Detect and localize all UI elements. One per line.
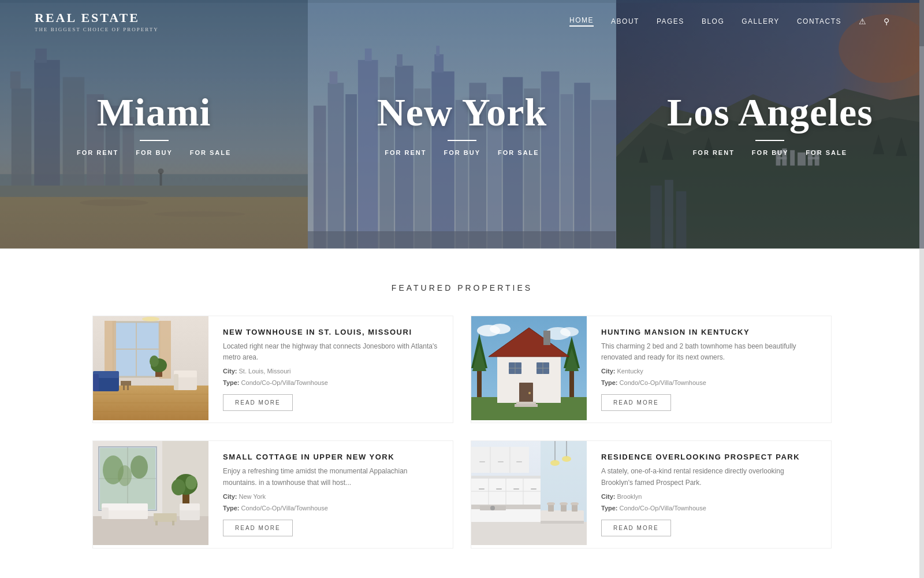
property-image-1 xyxy=(93,316,208,423)
svg-rect-154 xyxy=(498,461,504,462)
miami-city-name: Miami xyxy=(77,92,231,132)
nav-pages[interactable]: PAGES xyxy=(657,17,684,25)
property-image-4 xyxy=(471,441,587,547)
featured-title: FEATURED PROPERTIES xyxy=(92,283,832,292)
newyork-for-buy[interactable]: FOR BUY xyxy=(444,149,481,156)
svg-point-12 xyxy=(158,169,164,175)
property-city-3: City: New York xyxy=(223,493,438,500)
miami-for-sale[interactable]: FOR SALE xyxy=(190,149,232,156)
svg-rect-155 xyxy=(516,461,522,462)
svg-marker-53 xyxy=(639,146,648,163)
la-for-buy[interactable]: FOR BUY xyxy=(752,149,789,156)
svg-rect-20 xyxy=(346,94,357,249)
read-more-button-3[interactable]: READ MORE xyxy=(223,520,293,536)
la-for-sale[interactable]: FOR SALE xyxy=(806,149,847,156)
svg-rect-28 xyxy=(435,54,444,73)
svg-rect-37 xyxy=(575,83,591,249)
svg-rect-1 xyxy=(0,186,308,249)
svg-rect-47 xyxy=(777,157,787,160)
featured-section: FEATURED PROPERTIES xyxy=(0,249,924,572)
property-desc-3: Enjoy a refreshing time amidst the monum… xyxy=(223,466,438,488)
property-city-4: City: Brooklyn xyxy=(601,493,817,500)
property-card-1: NEW TOWNHOUSE IN ST. LOUIS, MISSOURI Loc… xyxy=(92,316,453,423)
svg-rect-29 xyxy=(437,46,440,56)
svg-rect-165 xyxy=(561,505,567,512)
svg-rect-36 xyxy=(561,94,573,249)
property-type-4: Type: Condo/Co-Op/Villa/Townhouse xyxy=(601,505,817,512)
svg-rect-166 xyxy=(560,502,568,505)
svg-point-87 xyxy=(490,324,511,334)
property-title-3: SMALL COTTAGE IN UPPER NEW YORK xyxy=(223,453,438,461)
svg-rect-2 xyxy=(0,175,308,198)
svg-rect-100 xyxy=(543,331,550,345)
nav-blog[interactable]: BLOG xyxy=(702,17,724,25)
nav-gallery[interactable]: GALLERY xyxy=(742,17,780,25)
miami-for-rent[interactable]: FOR RENT xyxy=(77,149,118,156)
svg-rect-39 xyxy=(308,231,616,249)
svg-rect-134 xyxy=(180,503,200,510)
search-icon[interactable]: ⚲ xyxy=(884,17,889,27)
svg-marker-57 xyxy=(896,137,907,156)
svg-rect-59 xyxy=(665,180,673,249)
miami-content: Miami FOR RENT FOR BUY FOR SALE xyxy=(77,92,231,156)
newyork-content: New York FOR RENT FOR BUY FOR SALE xyxy=(377,92,547,156)
svg-rect-52 xyxy=(808,157,819,160)
svg-point-120 xyxy=(131,455,148,479)
property-title-2: HUNTING MANSION IN KENTUCKY xyxy=(601,328,817,336)
svg-point-74 xyxy=(150,355,159,367)
read-more-button-1[interactable]: READ MORE xyxy=(223,394,293,411)
read-more-button-2[interactable]: READ MORE xyxy=(601,394,671,411)
property-card-2: HUNTING MANSION IN KENTUCKY This charmin… xyxy=(471,316,832,423)
miami-divider xyxy=(140,140,169,141)
property-title-1: NEW TOWNHOUSE IN ST. LOUIS, MISSOURI xyxy=(223,328,438,336)
svg-rect-83 xyxy=(174,374,178,390)
read-more-button-4[interactable]: READ MORE xyxy=(601,520,671,536)
svg-rect-167 xyxy=(572,505,578,512)
property-info-1: NEW TOWNHOUSE IN ST. LOUIS, MISSOURI Loc… xyxy=(208,316,453,423)
svg-rect-110 xyxy=(515,404,538,407)
svg-rect-162 xyxy=(541,521,584,524)
la-for-rent[interactable]: FOR RENT xyxy=(693,149,735,156)
nav-contacts[interactable]: CONTACTS xyxy=(797,17,841,25)
svg-rect-150 xyxy=(471,447,529,473)
svg-marker-56 xyxy=(873,134,884,154)
user-icon[interactable]: ⚠ xyxy=(859,17,866,27)
newyork-for-rent[interactable]: FOR RENT xyxy=(385,149,426,156)
property-type-2: Type: Condo/Co-Op/Villa/Townhouse xyxy=(601,379,817,386)
svg-rect-164 xyxy=(547,502,555,505)
svg-point-125 xyxy=(172,479,185,495)
miami-links: FOR RENT FOR BUY FOR SALE xyxy=(77,149,231,156)
svg-rect-129 xyxy=(102,507,109,519)
nav-home[interactable]: HOME xyxy=(569,16,594,27)
header: REAL ESTATE THE BIGGEST CHOICE OF PROPER… xyxy=(0,0,924,43)
svg-point-14 xyxy=(154,212,245,217)
properties-grid: NEW TOWNHOUSE IN ST. LOUIS, MISSOURI Loc… xyxy=(92,316,832,549)
svg-point-89 xyxy=(560,327,579,336)
property-image-3 xyxy=(93,441,208,547)
svg-rect-138 xyxy=(471,476,541,479)
nav-about[interactable]: ABOUT xyxy=(611,17,639,25)
property-info-3: SMALL COTTAGE IN UPPER NEW YORK Enjoy a … xyxy=(208,441,453,547)
svg-point-121 xyxy=(118,465,132,486)
svg-rect-60 xyxy=(676,191,686,249)
svg-rect-19 xyxy=(330,72,338,84)
la-divider xyxy=(755,140,784,141)
property-desc-1: Located right near the highway that conn… xyxy=(223,341,438,363)
svg-rect-130 xyxy=(154,513,177,522)
property-card-3: SMALL COTTAGE IN UPPER NEW YORK Enjoy a … xyxy=(92,440,453,548)
svg-point-108 xyxy=(528,392,531,394)
property-type-3: Type: Condo/Co-Op/Villa/Townhouse xyxy=(223,505,438,512)
svg-point-126 xyxy=(185,476,197,490)
svg-rect-6 xyxy=(35,49,47,63)
logo-title: REAL ESTATE xyxy=(35,10,159,25)
svg-rect-70 xyxy=(105,321,116,379)
svg-rect-80 xyxy=(127,386,129,390)
miami-for-buy[interactable]: FOR BUY xyxy=(136,149,173,156)
svg-rect-78 xyxy=(121,381,131,386)
svg-rect-145 xyxy=(496,488,502,490)
svg-point-13 xyxy=(80,199,148,206)
svg-rect-168 xyxy=(571,502,579,505)
svg-rect-131 xyxy=(155,521,158,525)
newyork-for-sale[interactable]: FOR SALE xyxy=(498,149,539,156)
svg-rect-38 xyxy=(591,100,616,249)
